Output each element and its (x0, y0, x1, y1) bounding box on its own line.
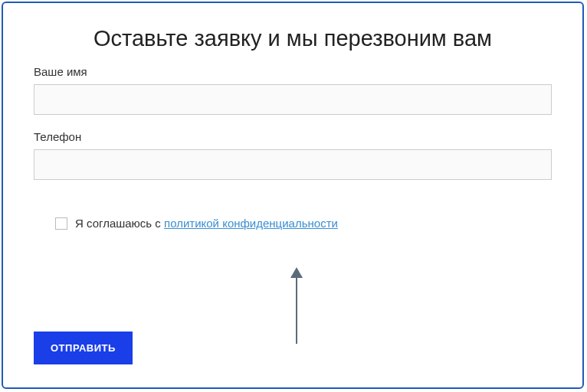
name-input[interactable] (34, 84, 552, 115)
consent-text: Я соглашаюсь с (75, 217, 164, 230)
submit-button[interactable]: ОТПРАВИТЬ (34, 332, 133, 364)
name-label: Ваше имя (34, 65, 552, 78)
phone-input[interactable] (34, 149, 552, 180)
form-title: Оставьте заявку и мы перезвоним вам (34, 26, 552, 51)
arrow-up-icon (289, 267, 304, 344)
phone-label: Телефон (34, 130, 552, 143)
consent-label: Я соглашаюсь с политикой конфиденциально… (75, 217, 338, 230)
privacy-policy-link[interactable]: политикой конфиденциальности (164, 217, 338, 230)
consent-row: Я соглашаюсь с политикой конфиденциально… (55, 217, 552, 230)
callback-form: Оставьте заявку и мы перезвоним вам Ваше… (2, 2, 584, 389)
consent-checkbox[interactable] (55, 217, 67, 230)
